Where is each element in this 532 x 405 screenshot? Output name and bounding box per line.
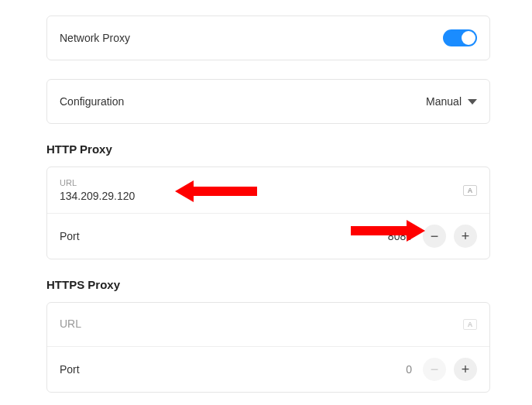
https-port-increment-button[interactable]: + (454, 358, 477, 381)
https-port-value: 0 (406, 363, 412, 376)
http-port-value: 8080 (388, 230, 412, 242)
http-url-input[interactable] (60, 190, 463, 202)
text-input-icon[interactable] (463, 185, 477, 196)
https-proxy-card: URL Port 0 − + (46, 302, 490, 393)
http-port-label: Port (60, 230, 80, 242)
http-proxy-card: URL Port 8080 − + (46, 166, 490, 259)
https-port-label: Port (60, 363, 80, 376)
network-proxy-card: Network Proxy (46, 15, 490, 60)
http-port-decrement-button[interactable]: − (423, 225, 446, 248)
configuration-label: Configuration (60, 95, 124, 108)
https-proxy-title: HTTPS Proxy (46, 278, 490, 291)
text-input-icon[interactable] (463, 319, 477, 330)
network-proxy-toggle[interactable] (443, 29, 477, 46)
configuration-card: Configuration Manual (46, 79, 490, 124)
configuration-value: Manual (426, 95, 462, 108)
https-url-label: URL (60, 317, 463, 330)
http-url-label: URL (60, 178, 463, 187)
http-port-increment-button[interactable]: + (454, 225, 477, 248)
configuration-dropdown[interactable]: Manual (426, 95, 477, 108)
https-port-decrement-button[interactable]: − (423, 358, 446, 381)
network-proxy-label: Network Proxy (60, 32, 130, 44)
http-proxy-title: HTTP Proxy (46, 142, 490, 156)
chevron-down-icon (468, 99, 477, 105)
